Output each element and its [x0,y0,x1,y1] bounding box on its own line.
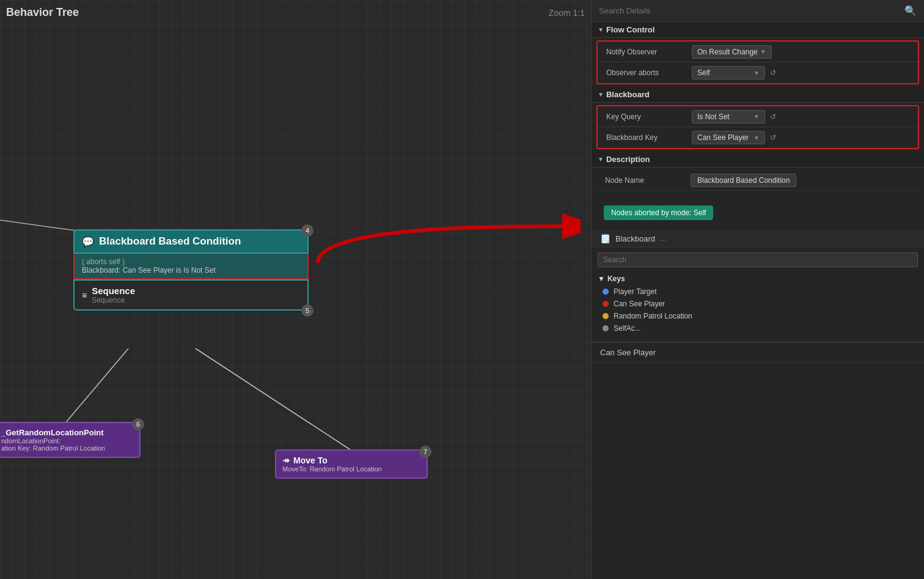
aborts-dropdown-arrow: ▼ [754,70,760,76]
bbc-title: Blackboard Based Condition [99,235,241,248]
flow-control-header: ▼ Flow Control [592,22,924,38]
key-item: Player Target [598,286,918,298]
grl-node[interactable]: 6 _GetRandomLocationPoint ndomLocationPo… [0,422,141,458]
bottom-item-label: Can See Player [600,348,656,357]
key-query-label: Key Query [606,112,692,121]
key-query-value: Is Not Set ▼ ↺ [692,110,909,124]
key-query-row: Key Query Is Not Set ▼ ↺ [598,106,918,127]
key-query-dropdown[interactable]: Is Not Set ▼ [692,110,765,124]
svg-line-2 [196,349,354,452]
seq-icon: ≡ [82,290,87,300]
seq-title: Sequence [92,286,135,296]
move-node[interactable]: 7 ↠ Move To MoveTo: Random Patrol Locati… [275,449,428,479]
seq-sub: Sequence [92,296,135,304]
blackboard-item-name: Blackboard [615,234,655,243]
keys-search-container[interactable] [598,253,918,267]
observer-aborts-value: Self ▼ ↺ [692,66,909,79]
move-sub: MoveTo: Random Patrol Location [282,465,420,473]
keys-search-input[interactable] [603,256,912,264]
grl-badge: 6 [132,418,144,430]
blackboard-item-more: ... [660,234,666,243]
key-dot [603,301,609,307]
canvas-header: Behavior Tree Zoom 1:1 [6,6,585,19]
svg-line-1 [61,349,128,428]
flow-triangle: ▼ [598,26,604,33]
nodes-aborted-badge: Nodes aborted by mode: Self [604,205,713,220]
canvas-title: Behavior Tree [6,6,79,19]
blackboard-item-icon: 🗒️ [600,234,610,243]
keys-header: ▼ Keys [598,272,918,286]
blackboard-key-label: Blackboard Key [606,133,692,142]
description-label: Description [606,155,650,164]
key-dot [603,325,609,331]
blackboard-key-reset[interactable]: ↺ [770,133,776,142]
key-dot [603,289,609,295]
notify-observer-value: On Result Change ▼ [692,45,909,59]
grl-title: _GetRandomLocationPoint [1,428,133,437]
bbc-aborts: ( aborts self ) [82,257,300,266]
move-badge: 7 [419,446,431,458]
search-input[interactable] [599,6,904,15]
description-header: ▼ Description [592,152,924,168]
blackboard-header: ▼ Blackboard [592,87,924,103]
svg-line-0 [0,220,79,231]
node-name-row: Node Name Blackboard Based Condition [596,170,919,191]
node-name-value: Blackboard Based Condition [691,174,796,187]
description-section: Node Name Blackboard Based Condition [596,170,919,191]
zoom-label: Zoom 1:1 [549,8,585,18]
keys-list: Player TargetCan See PlayerRandom Patrol… [598,286,918,334]
key-item: Can See Player [598,298,918,310]
notify-observer-dropdown[interactable]: On Result Change ▼ [692,45,772,59]
notify-observer-row: Notify Observer On Result Change ▼ [598,42,918,62]
move-title: ↠ Move To [282,455,420,465]
desc-triangle: ▼ [598,156,604,163]
red-arrow [281,190,581,300]
search-icon: 🔍 [904,5,917,17]
grl-sub2: ation Key: Random Patrol Location [1,444,133,452]
nodes-aborted-container: Nodes aborted by mode: Self [592,193,924,230]
node-name-label: Node Name [605,176,691,185]
keys-triangle: ▼ [598,275,605,283]
bbc-info: Blackboard: Can See Player is Is Not Set [82,266,300,275]
observer-aborts-label: Observer aborts [606,68,692,77]
observer-aborts-dropdown[interactable]: Self ▼ [692,66,765,79]
bbc-badge2: 5 [301,304,314,317]
keys-label: Keys [607,275,625,283]
behavior-tree-canvas: Behavior Tree Zoom 1:1 💬 Blackboard Base… [0,0,591,579]
blackboard-label: Blackboard [606,90,650,99]
key-item: Random Patrol Location [598,310,918,322]
blackboard-list-item[interactable]: 🗒️ Blackboard ... [592,230,924,248]
flow-control-section: Notify Observer On Result Change ▼ Obser… [596,40,919,84]
right-panel: 🔍 ▼ Flow Control Notify Observer On Resu… [591,0,924,579]
key-name: Random Patrol Location [614,312,692,320]
bbc-badge: 4 [301,224,314,237]
blackboard-section: Key Query Is Not Set ▼ ↺ Blackboard Key … [596,105,919,149]
bbc-icon: 💬 [82,236,94,248]
blackboard-key-value: Can See Player ▼ ↺ [692,131,909,144]
key-dot [603,313,609,319]
sequence-node: ≡ Sequence Sequence [73,279,309,311]
keys-section: ▼ Keys Player TargetCan See PlayerRandom… [598,272,918,334]
bbc-body: ( aborts self ) Blackboard: Can See Play… [73,254,309,279]
key-query-reset[interactable]: ↺ [770,112,776,121]
observer-aborts-reset[interactable]: ↺ [770,68,776,77]
notify-dropdown-arrow: ▼ [760,48,766,55]
grl-sub1: ndomLocationPoint: [1,437,133,444]
bbc-node[interactable]: 💬 Blackboard Based Condition 4 ( aborts … [73,229,309,311]
bb-triangle: ▼ [598,91,604,98]
flow-control-label: Flow Control [606,25,654,34]
blackboard-key-dropdown[interactable]: Can See Player ▼ [692,131,765,144]
key-name: Can See Player [614,300,665,308]
key-item: SelfAc... [598,322,918,334]
key-name: SelfAc... [614,324,641,333]
observer-aborts-row: Observer aborts Self ▼ ↺ [598,62,918,83]
key-query-arrow: ▼ [754,113,760,120]
bb-key-arrow: ▼ [754,135,760,141]
bbc-header: 💬 Blackboard Based Condition 4 [73,229,309,254]
notify-observer-label: Notify Observer [606,48,692,56]
bottom-can-see-player: Can See Player [592,342,924,363]
panel-search[interactable]: 🔍 [592,0,924,22]
blackboard-key-row: Blackboard Key Can See Player ▼ ↺ [598,127,918,148]
node-name-value-container: Blackboard Based Condition [691,174,911,187]
key-name: Player Target [614,287,656,296]
